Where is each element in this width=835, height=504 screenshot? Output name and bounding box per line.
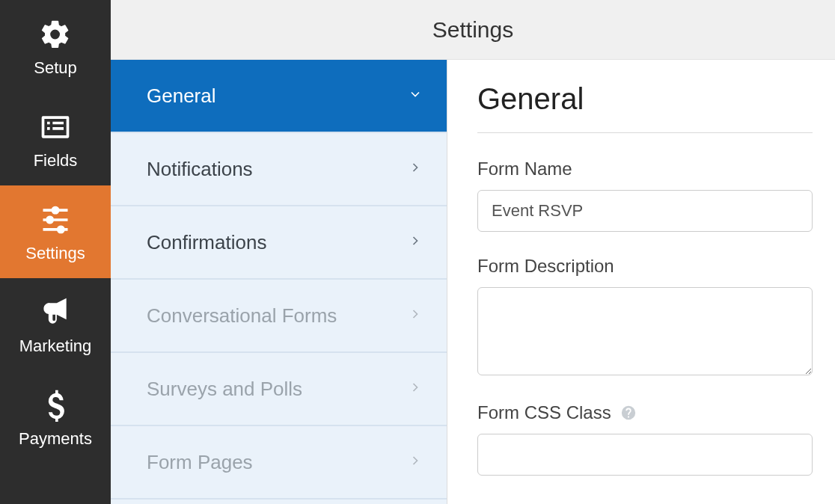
- chevron-right-icon: [408, 307, 423, 325]
- form-name-input[interactable]: [477, 190, 813, 232]
- nav-item-marketing[interactable]: Marketing: [0, 278, 111, 371]
- nav-item-settings[interactable]: Settings: [0, 185, 111, 278]
- menu-item-general[interactable]: General: [111, 60, 447, 133]
- content-row: General Notifications Confirmations: [111, 60, 835, 504]
- chevron-right-icon: [408, 380, 423, 398]
- nav-label: Marketing: [19, 336, 92, 356]
- form-css-class-input[interactable]: [477, 434, 813, 476]
- menu-item-form-pages[interactable]: Form Pages: [111, 426, 447, 500]
- sidebar-nav: Setup Fields Settings Marketing Payments: [0, 0, 111, 504]
- menu-item-label: Surveys and Polls: [147, 378, 302, 401]
- menu-column: General Notifications Confirmations: [111, 60, 447, 504]
- nav-item-setup[interactable]: Setup: [0, 0, 111, 93]
- form-css-class-label-text: Form CSS Class: [477, 402, 611, 423]
- main: Settings General Notifications Co: [111, 0, 835, 504]
- menu-item-label: Conversational Forms: [147, 304, 337, 328]
- sliders-icon: [37, 202, 73, 238]
- nav-label: Payments: [19, 429, 92, 449]
- nav-item-fields[interactable]: Fields: [0, 93, 111, 185]
- nav-label: Settings: [25, 244, 85, 263]
- menu-item-confirmations[interactable]: Confirmations: [111, 206, 447, 280]
- dollar-icon: [37, 387, 73, 423]
- form-css-class-label: Form CSS Class: [477, 402, 813, 423]
- chevron-right-icon: [408, 160, 423, 178]
- menu-item-label: Notifications: [147, 158, 253, 181]
- page-title: Settings: [432, 17, 513, 43]
- menu-item-notifications[interactable]: Notifications: [111, 133, 447, 206]
- settings-menu[interactable]: General Notifications Confirmations: [111, 60, 447, 504]
- menu-item-label: Form Pages: [147, 451, 253, 474]
- nav-label: Fields: [34, 151, 78, 170]
- field-group-form-name: Form Name: [477, 159, 813, 232]
- form-panel: General Form Name Form Description Form …: [447, 60, 835, 504]
- menu-item-label: General: [147, 84, 216, 108]
- list-icon: [37, 109, 73, 145]
- field-group-form-description: Form Description: [477, 256, 813, 378]
- chevron-down-icon: [408, 87, 423, 105]
- chevron-right-icon: [408, 233, 423, 251]
- menu-item-conversational-forms[interactable]: Conversational Forms: [111, 280, 447, 353]
- form-description-label: Form Description: [477, 256, 813, 277]
- header: Settings: [111, 0, 835, 60]
- gear-icon: [37, 16, 73, 52]
- field-group-form-css-class: Form CSS Class: [477, 402, 813, 476]
- menu-item-label: Confirmations: [147, 231, 266, 254]
- help-icon[interactable]: [620, 405, 637, 421]
- bullhorn-icon: [37, 295, 73, 331]
- nav-item-payments[interactable]: Payments: [0, 371, 111, 464]
- form-name-label: Form Name: [477, 159, 813, 179]
- form-description-input[interactable]: [477, 287, 813, 375]
- nav-label: Setup: [34, 58, 77, 78]
- section-title: General: [477, 82, 813, 133]
- menu-item-surveys-polls[interactable]: Surveys and Polls: [111, 353, 447, 426]
- chevron-right-icon: [408, 453, 423, 471]
